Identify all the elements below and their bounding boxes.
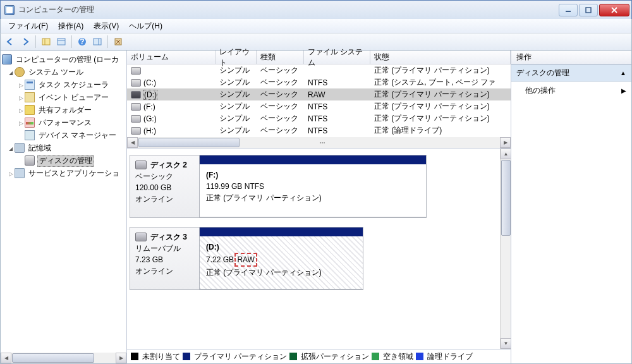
partition[interactable]: (D:) 7.22 GB RAW 正常 (プライマリ パーティション) (200, 228, 363, 289)
scroll-thumb[interactable] (12, 353, 94, 363)
legend-free-icon (372, 353, 379, 360)
forward-button[interactable] (18, 35, 32, 49)
expand-icon[interactable] (7, 170, 15, 177)
actions-selected[interactable]: ディスクの管理 ▲ (511, 64, 631, 82)
menu-file[interactable]: ファイル(F) (3, 20, 53, 33)
volume-row[interactable]: (D:)シンプルベーシックRAW正常 (プライマリ パーティション) (127, 88, 511, 100)
volume-status: 正常 (プライマリ パーティション) (370, 113, 511, 124)
tree-device-manager[interactable]: デバイス マネージャー (2, 129, 125, 142)
disk-state: オンライン (135, 265, 194, 277)
expand-icon[interactable] (7, 69, 15, 76)
scroll-down-button[interactable]: ▼ (501, 338, 511, 349)
expand-icon[interactable] (7, 145, 15, 152)
svg-line-3 (612, 8, 617, 13)
scroll-up-button[interactable]: ▲ (501, 149, 511, 159)
tree-storage[interactable]: 記憶域 (2, 142, 125, 154)
volume-layout: シンプル (216, 125, 257, 136)
svg-rect-4 (42, 39, 50, 45)
scroll-left-button[interactable]: ◀ (127, 137, 138, 148)
volume-name-cell: (D:) (127, 90, 216, 100)
volume-icon (131, 79, 141, 87)
tree-system-tools[interactable]: システム ツール (2, 66, 125, 78)
volume-type: ベーシック (257, 125, 304, 136)
svg-rect-1 (586, 8, 591, 13)
properties-button[interactable] (54, 35, 68, 49)
collapse-icon[interactable]: ▲ (620, 70, 626, 76)
menu-help[interactable]: ヘルプ(H) (124, 20, 167, 33)
svg-point-14 (322, 142, 323, 143)
show-hide-tree-button[interactable] (39, 35, 53, 49)
tree-shared-folders[interactable]: 共有フォルダー (2, 104, 125, 116)
close-button[interactable] (599, 4, 629, 16)
volume-row[interactable]: シンプルベーシック正常 (プライマリ パーティション) (127, 64, 511, 76)
volume-rows[interactable]: シンプルベーシック正常 (プライマリ パーティション)(C:)シンプルベーシック… (127, 64, 511, 137)
partition-size: 7.22 GB RAW (206, 253, 356, 267)
tree-label: 記憶域 (27, 143, 52, 154)
tree-hscrollbar[interactable]: ◀ ▶ (1, 353, 126, 363)
disk-header: ディスク 3 リムーバブル 7.23 GB オンライン (130, 228, 200, 289)
svg-point-13 (320, 142, 321, 143)
tree-performance[interactable]: パフォーマンス (2, 116, 125, 129)
scroll-left-button[interactable]: ◀ (1, 353, 11, 363)
back-button[interactable] (3, 35, 17, 49)
task-icon (25, 80, 35, 90)
menu-action[interactable]: 操作(A) (53, 20, 88, 33)
scroll-thumb[interactable] (501, 160, 511, 236)
expand-icon[interactable] (17, 107, 25, 114)
volume-type: ベーシック (257, 77, 304, 88)
disk-state: オンライン (135, 193, 194, 205)
actions-body: ディスクの管理 ▲ 他の操作 ▶ (511, 64, 631, 363)
tree-task-scheduler[interactable]: タスク スケジューラ (2, 78, 125, 91)
action-pane-button[interactable] (90, 35, 104, 49)
actions-pane: 操作 ディスクの管理 ▲ 他の操作 ▶ (511, 51, 631, 363)
performance-icon (25, 118, 35, 128)
disk-vscrollbar[interactable]: ▲ ▼ (500, 149, 511, 349)
col-filesystem[interactable]: ファイル システム (304, 51, 370, 64)
menu-view[interactable]: 表示(V) (88, 20, 124, 33)
submenu-icon: ▶ (621, 87, 626, 94)
toolbar-separator (35, 35, 36, 48)
scroll-right-button[interactable]: ▶ (116, 353, 126, 363)
scroll-right-button[interactable]: ▶ (500, 137, 511, 148)
expand-icon[interactable] (17, 94, 25, 101)
volume-row[interactable]: (G:)シンプルベーシックNTFS正常 (プライマリ パーティション) (127, 112, 511, 124)
tree-label: ディスクの管理 (37, 155, 94, 167)
minimize-button[interactable] (559, 4, 578, 16)
help-button[interactable]: ? (75, 35, 89, 49)
tree-services[interactable]: サービスとアプリケーショ (2, 167, 125, 179)
volume-name: (D:) (143, 90, 157, 100)
tree-disk-management[interactable]: ディスクの管理 (2, 154, 125, 167)
tree[interactable]: コンピューターの管理 (ローカ システム ツール タスク スケジューラ イベント… (1, 51, 126, 353)
volume-icon (131, 115, 141, 123)
svg-text:?: ? (80, 37, 84, 46)
tree-label: システム ツール (27, 67, 85, 78)
volume-row[interactable]: (H:)シンプルベーシックNTFS正常 (論理ドライブ) (127, 124, 511, 136)
col-type[interactable]: 種類 (257, 51, 304, 64)
titlebar: コンピューターの管理 (0, 0, 632, 19)
volume-name: (F:) (143, 102, 155, 111)
tree-root[interactable]: コンピューターの管理 (ローカ (2, 53, 125, 66)
disk-block-2[interactable]: ディスク 2 ベーシック 120.00 GB オンライン (F:) 119.99… (130, 155, 427, 218)
scroll-thumb[interactable] (138, 138, 240, 147)
partition[interactable]: (F:) 119.99 GB NTFS 正常 (プライマリ パーティション) (200, 155, 426, 217)
menubar: ファイル(F) 操作(A) 表示(V) ヘルプ(H) (0, 19, 632, 33)
expand-icon[interactable] (17, 119, 25, 126)
volume-name: (H:) (143, 126, 156, 135)
volume-row[interactable]: (C:)シンプルベーシックNTFS正常 (システム, ブート, ページ ファ (127, 76, 511, 88)
actions-other[interactable]: 他の操作 ▶ (511, 82, 631, 100)
col-volume[interactable]: ボリューム (127, 51, 216, 64)
volume-row[interactable]: (F:)シンプルベーシックNTFS正常 (プライマリ パーティション) (127, 100, 511, 112)
disk-block-3[interactable]: ディスク 3 リムーバブル 7.23 GB オンライン (D:) 7.22 GB… (130, 227, 363, 290)
column-headers: ボリューム レイアウト 種類 ファイル システム 状態 (127, 51, 511, 64)
col-status[interactable]: 状態 (370, 51, 511, 64)
vollist-hscrollbar[interactable]: ◀ ▶ (127, 137, 511, 148)
tree-event-viewer[interactable]: イベント ビューアー (2, 91, 125, 104)
refresh-icon[interactable] (111, 35, 125, 49)
computer-icon (2, 54, 12, 64)
expand-icon[interactable] (17, 82, 25, 88)
tree-label: 共有フォルダー (37, 105, 93, 116)
col-layout[interactable]: レイアウト (216, 51, 257, 64)
disk-scroll[interactable]: ディスク 2 ベーシック 120.00 GB オンライン (F:) 119.99… (127, 149, 511, 349)
tree-label: タスク スケジューラ (37, 80, 110, 90)
maximize-button[interactable] (579, 4, 598, 16)
